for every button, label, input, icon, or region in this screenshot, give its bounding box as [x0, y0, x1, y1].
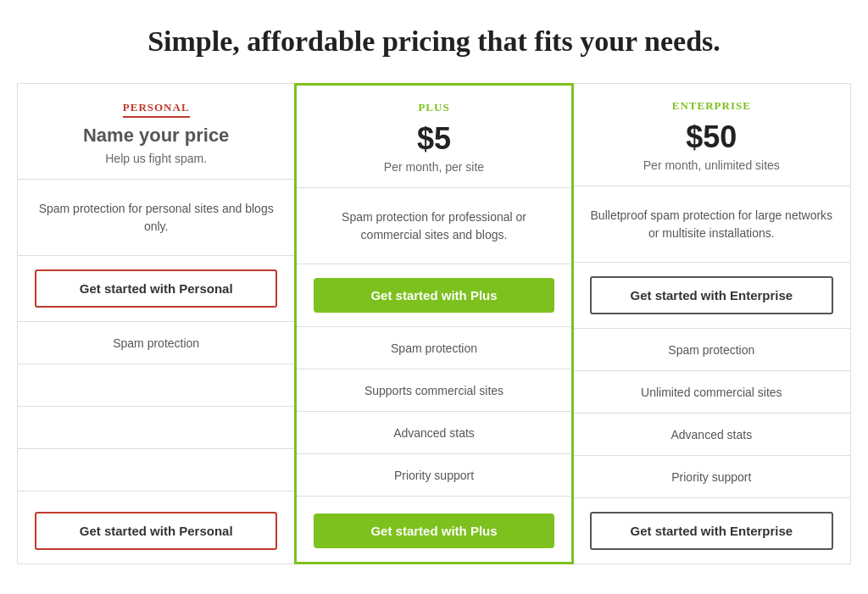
- plan-plus-name: PLUS: [314, 101, 554, 114]
- plan-enterprise-description: Bulletproof spam protection for large ne…: [573, 186, 850, 263]
- enterprise-feature-1: Spam protection: [573, 329, 850, 371]
- plan-enterprise-cta-bottom: Get started with Enterprise: [573, 498, 850, 563]
- plan-personal-cta-top: Get started with Personal: [18, 256, 294, 322]
- plus-feature-4: Priority support: [297, 454, 570, 497]
- plan-personal-tagline: Help us fight spam.: [35, 152, 277, 165]
- enterprise-feature-4: Priority support: [573, 456, 850, 498]
- personal-feature-4: [18, 449, 294, 491]
- plan-plus-tagline: Per month, per site: [314, 160, 554, 174]
- plus-feature-2: Supports commercial sites: [297, 369, 570, 412]
- plan-plus-price: $5: [314, 121, 554, 157]
- plan-enterprise-price: $50: [590, 119, 833, 155]
- page-title: Simple, affordable pricing that fits you…: [17, 25, 851, 58]
- plan-personal-name: PERSONAL: [123, 101, 190, 118]
- plan-personal-price-label: Name your price: [35, 125, 277, 147]
- plan-plus-description: Spam protection for professional or comm…: [297, 188, 570, 264]
- plan-personal-cta-bottom: Get started with Personal: [18, 498, 294, 563]
- get-started-personal-bottom-button[interactable]: Get started with Personal: [35, 512, 277, 550]
- plus-feature-3: Advanced stats: [297, 412, 570, 454]
- personal-feature-2: [18, 364, 294, 407]
- plan-personal-description: Spam protection for personal sites and b…: [18, 180, 294, 256]
- page-wrapper: Simple, affordable pricing that fits you…: [0, 0, 868, 590]
- plan-personal-header: PERSONAL Name your price Help us fight s…: [18, 84, 294, 180]
- plan-plus-header: PLUS $5 Per month, per site: [297, 86, 570, 188]
- plan-plus: PLUS $5 Per month, per site Spam protect…: [294, 83, 573, 564]
- enterprise-feature-2: Unlimited commercial sites: [573, 371, 850, 414]
- pricing-grid: PERSONAL Name your price Help us fight s…: [17, 83, 851, 564]
- get-started-plus-top-button[interactable]: Get started with Plus: [314, 278, 554, 313]
- personal-feature-1: Spam protection: [18, 322, 294, 364]
- get-started-enterprise-top-button[interactable]: Get started with Enterprise: [590, 276, 833, 314]
- plan-enterprise-tagline: Per month, unlimited sites: [590, 158, 833, 172]
- plan-enterprise-cta-top: Get started with Enterprise: [573, 263, 850, 329]
- get-started-personal-top-button[interactable]: Get started with Personal: [35, 269, 277, 308]
- personal-feature-3: [18, 407, 294, 449]
- plan-plus-cta-bottom: Get started with Plus: [297, 500, 570, 562]
- plan-enterprise-name: ENTERPRISE: [590, 99, 833, 113]
- get-started-plus-bottom-button[interactable]: Get started with Plus: [314, 514, 554, 548]
- get-started-enterprise-bottom-button[interactable]: Get started with Enterprise: [590, 512, 833, 550]
- plan-plus-cta-top: Get started with Plus: [297, 264, 570, 327]
- enterprise-feature-3: Advanced stats: [573, 414, 850, 456]
- plan-enterprise-header: ENTERPRISE $50 Per month, unlimited site…: [573, 84, 850, 186]
- plan-enterprise: ENTERPRISE $50 Per month, unlimited site…: [573, 84, 850, 563]
- plus-feature-1: Spam protection: [297, 327, 570, 369]
- plan-personal: PERSONAL Name your price Help us fight s…: [18, 84, 295, 563]
